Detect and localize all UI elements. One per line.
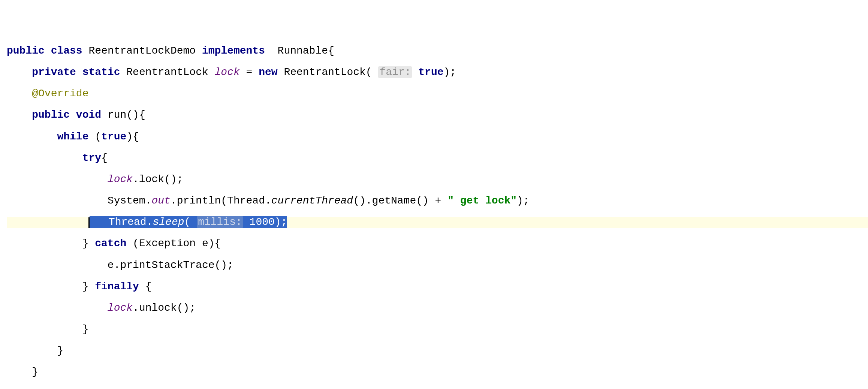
param-hint-millis: millis: xyxy=(197,216,243,228)
keyword-finally: finally xyxy=(95,281,139,292)
println-head: .println(Thread. xyxy=(171,195,271,206)
sleep-call: sleep xyxy=(153,216,184,228)
keyword-private: private xyxy=(32,66,76,78)
sleep-value: 1000 xyxy=(250,216,275,228)
code-line-7[interactable]: lock.lock(); xyxy=(7,174,868,185)
code-line-13[interactable]: lock.unlock(); xyxy=(7,303,868,314)
selection: Thread.sleep( millis: 1000); xyxy=(90,216,287,228)
keyword-class: class xyxy=(51,45,82,57)
code-line-6[interactable]: try{ xyxy=(7,153,868,164)
code-line-2[interactable]: private static ReentrantLock lock = new … xyxy=(7,67,868,78)
thread-class: Thread xyxy=(109,216,147,228)
keyword-while: while xyxy=(57,131,88,142)
code-line-9-highlighted[interactable]: Thread.sleep( millis: 1000); xyxy=(7,217,868,228)
close-sleep: ); xyxy=(275,216,287,228)
ctor-reentrantlock: ReentrantLock xyxy=(284,66,365,78)
code-line-5[interactable]: while (true){ xyxy=(7,132,868,142)
literal-true: true xyxy=(418,66,443,78)
annotation-override: @Override xyxy=(32,88,88,99)
code-line-10[interactable]: } catch (Exception e){ xyxy=(7,238,868,249)
method-run: run xyxy=(108,109,126,121)
code-line-1[interactable]: public class ReentrantLockDemo implement… xyxy=(7,46,868,57)
call-lock: .lock(); xyxy=(133,174,183,185)
code-line-16[interactable]: } xyxy=(7,367,868,378)
keyword-implements: implements xyxy=(202,45,265,57)
interface-name: Runnable xyxy=(278,45,328,57)
code-line-11[interactable]: e.printStackTrace(); xyxy=(7,260,868,271)
keyword-static: static xyxy=(82,66,120,78)
field-lock-ref: lock xyxy=(108,174,133,185)
string-getlock: " get lock" xyxy=(447,195,517,206)
code-line-8[interactable]: System.out.println(Thread.currentThread(… xyxy=(7,196,868,206)
close-println: ); xyxy=(517,195,530,206)
current-thread: currentThread xyxy=(271,195,353,206)
code-line-4[interactable]: public void run(){ xyxy=(7,110,868,121)
field-lock: lock xyxy=(215,66,240,78)
keyword-new: new xyxy=(259,66,277,78)
open-paren: ( xyxy=(184,216,191,228)
type-reentrantlock: ReentrantLock xyxy=(126,66,208,78)
text-caret xyxy=(88,217,90,228)
code-line-14[interactable]: } xyxy=(7,324,868,335)
keyword-public: public xyxy=(32,109,70,121)
literal-true: true xyxy=(101,131,126,142)
print-stack: e.printStackTrace(); xyxy=(108,259,233,271)
code-line-3[interactable]: @Override xyxy=(7,88,868,99)
getname-tail: ().getName() + xyxy=(353,195,447,206)
param-hint-fair: fair: xyxy=(378,66,412,78)
class-name: ReentrantLockDemo xyxy=(88,45,196,57)
call-unlock: .unlock(); xyxy=(133,302,196,314)
code-line-12[interactable]: } finally { xyxy=(7,281,868,292)
field-lock-ref: lock xyxy=(108,302,133,314)
dot: . xyxy=(147,216,153,228)
assign: = xyxy=(240,66,259,78)
keyword-catch: catch xyxy=(95,238,126,249)
keyword-try: try xyxy=(82,152,101,164)
code-line-15[interactable]: } xyxy=(7,346,868,356)
system: System. xyxy=(108,195,152,206)
system-out: out xyxy=(151,195,170,206)
keyword-public: public xyxy=(7,45,45,57)
catch-sig: (Exception e){ xyxy=(126,238,221,249)
keyword-void: void xyxy=(76,109,101,121)
